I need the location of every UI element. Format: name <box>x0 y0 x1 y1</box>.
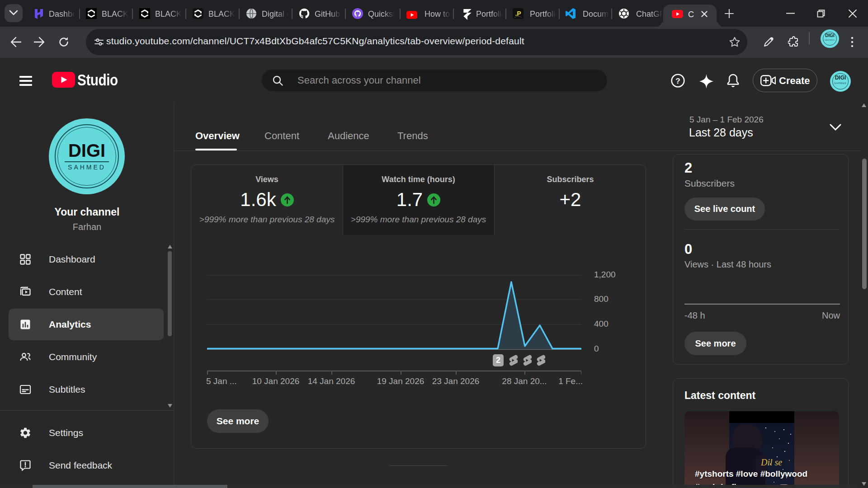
svg-text:?: ? <box>675 77 680 85</box>
